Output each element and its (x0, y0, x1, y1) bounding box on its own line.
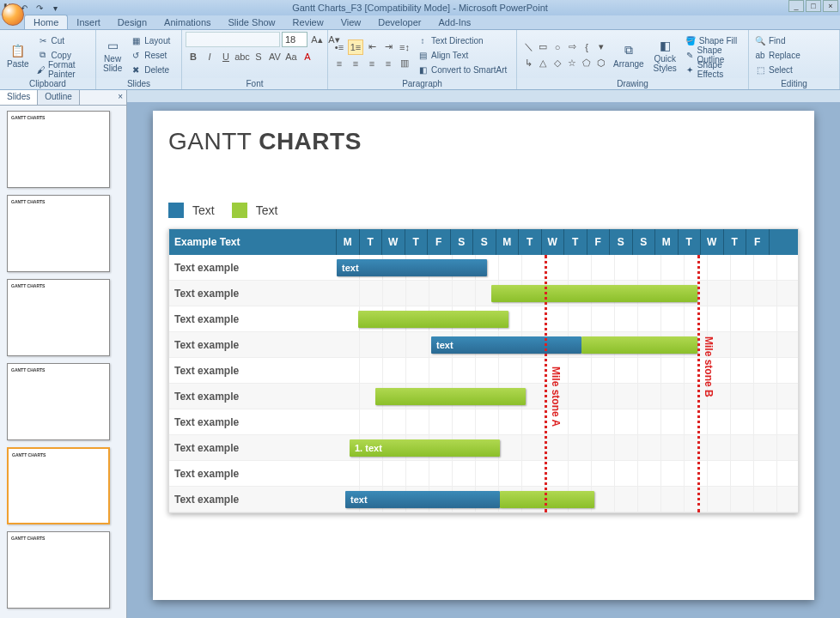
tab-developer[interactable]: Developer (369, 15, 429, 29)
slide-canvas[interactable]: GANTT CHARTS Text Text Example Text MTWT… (153, 111, 814, 600)
line-spacing-button[interactable]: ≡↕ (397, 39, 412, 55)
shape-diamond-icon[interactable]: ◇ (550, 56, 565, 71)
increase-indent-button[interactable]: ⇥ (380, 39, 396, 55)
panel-close-icon[interactable]: × (118, 92, 123, 101)
tab-design[interactable]: Design (109, 15, 155, 29)
align-text-button[interactable]: ▤Align Text (415, 48, 508, 62)
gantt-row[interactable]: Text example (169, 281, 798, 306)
gantt-bar[interactable] (375, 388, 526, 405)
justify-button[interactable]: ≡ (380, 56, 396, 71)
tab-review[interactable]: Review (284, 15, 332, 29)
thumbnail-1[interactable]: GANTT CHARTS (7, 111, 110, 188)
milestone-b-label[interactable]: Mile stone B (703, 336, 715, 397)
shapes-gallery[interactable]: ＼ ▭ ○ ⇨ { ▾ ↳ △ ◇ ☆ ⬠ ⬡ (520, 39, 607, 71)
grow-font-button[interactable]: A▴ (309, 32, 325, 47)
numbering-button[interactable]: 1≡ (348, 39, 363, 55)
font-color-button[interactable]: A (300, 49, 315, 64)
thumbnail-5[interactable]: GANTT CHARTS (7, 447, 110, 524)
shadow-button[interactable]: S (251, 49, 266, 64)
shape-arrow-icon[interactable]: ⇨ (564, 39, 580, 55)
tab-home[interactable]: Home (24, 15, 68, 29)
quick-styles-button[interactable]: ◧Quick Styles (650, 35, 680, 75)
text-direction-button[interactable]: ↕Text Direction (415, 33, 508, 47)
reset-button[interactable]: ↺Reset (128, 48, 172, 62)
shape-effects-button[interactable]: ✦Shape Effects (683, 63, 745, 76)
thumbnail-4[interactable]: GANTT CHARTS (7, 363, 110, 440)
qat-more-icon[interactable]: ▾ (48, 1, 62, 15)
shape-oval-icon[interactable]: ○ (550, 39, 565, 55)
font-size-combo[interactable]: 18 (282, 32, 307, 47)
align-center-button[interactable]: ≡ (348, 56, 363, 71)
tab-addins[interactable]: Add-Ins (429, 15, 479, 29)
thumbnail-3[interactable]: GANTT CHARTS (7, 279, 110, 356)
gantt-bar[interactable]: text (337, 259, 487, 276)
tab-insert[interactable]: Insert (68, 15, 109, 29)
gantt-bar[interactable]: 1. text (350, 439, 500, 457)
shape-hex-icon[interactable]: ⬡ (593, 56, 609, 71)
shape-line-icon[interactable]: ＼ (520, 39, 536, 55)
shape-triangle-icon[interactable]: △ (535, 56, 551, 71)
tab-view[interactable]: View (332, 15, 370, 29)
office-button[interactable] (2, 3, 24, 26)
gantt-bar[interactable] (491, 285, 697, 302)
gantt-row[interactable]: Text example (169, 409, 798, 435)
delete-button[interactable]: ✖Delete (128, 63, 172, 76)
maximize-button[interactable]: □ (806, 0, 821, 12)
convert-smartart-button[interactable]: ◧Convert to SmartArt (415, 63, 508, 76)
shape-rect-icon[interactable]: ▭ (535, 39, 551, 55)
bold-button[interactable]: B (186, 49, 201, 64)
gantt-bar[interactable]: text (345, 491, 500, 508)
shape-more-icon[interactable]: ▾ (593, 39, 609, 55)
tab-slideshow[interactable]: Slide Show (220, 15, 284, 29)
legend-item-1[interactable]: Text (168, 203, 215, 218)
milestone-b-line[interactable] (697, 255, 700, 512)
editor-area[interactable]: GANTT CHARTS Text Text Example Text MTWT… (127, 90, 840, 618)
bullets-button[interactable]: •≡ (332, 39, 347, 55)
gantt-row[interactable]: Text exampletext (169, 487, 798, 512)
thumbnails[interactable]: GANTT CHARTS GANTT CHARTS GANTT CHARTS G… (0, 106, 126, 618)
char-spacing-button[interactable]: AV (267, 49, 283, 64)
layout-button[interactable]: ▦Layout (128, 33, 172, 47)
gantt-row[interactable]: Text example (169, 461, 798, 487)
columns-button[interactable]: ▥ (397, 56, 412, 71)
close-button[interactable]: × (823, 0, 838, 12)
gantt-bar[interactable]: text (431, 336, 581, 354)
cut-button[interactable]: ✂Cut (35, 33, 92, 47)
italic-button[interactable]: I (202, 49, 217, 64)
align-right-button[interactable]: ≡ (364, 56, 380, 71)
tab-animations[interactable]: Animations (155, 15, 219, 29)
underline-button[interactable]: U (218, 49, 234, 64)
find-button[interactable]: 🔍Find (752, 33, 802, 47)
redo-icon[interactable]: ↷ (33, 1, 46, 15)
gantt-row[interactable]: Text exampletext (169, 255, 798, 281)
slide-title[interactable]: GANTT CHARTS (168, 128, 799, 155)
thumbnail-6[interactable]: GANTT CHARTS (7, 531, 110, 609)
shape-connector-icon[interactable]: ↳ (520, 56, 536, 71)
thumbnail-2[interactable]: GANTT CHARTS (7, 195, 110, 272)
gantt-row[interactable]: Text example (169, 306, 798, 332)
new-slide-button[interactable]: ▭ New Slide (100, 35, 125, 75)
decrease-indent-button[interactable]: ⇤ (364, 39, 380, 55)
shape-brace-icon[interactable]: { (579, 39, 594, 55)
format-painter-button[interactable]: 🖌Format Painter (35, 63, 92, 76)
gantt-row[interactable]: Text example1. text (169, 435, 798, 461)
milestone-a-line[interactable] (545, 255, 547, 512)
strike-button[interactable]: abc (234, 49, 250, 64)
minimize-button[interactable]: _ (788, 0, 804, 12)
gantt-chart[interactable]: Example Text MTWTFSSMTWTFSSMTWTF Text ex… (168, 228, 799, 513)
gantt-bar[interactable] (581, 336, 697, 354)
select-button[interactable]: ⬚Select (752, 63, 802, 76)
gantt-bar[interactable] (500, 491, 594, 508)
replace-button[interactable]: abReplace (752, 48, 802, 62)
gantt-bar[interactable] (358, 311, 508, 328)
arrange-button[interactable]: ⧉Arrange (610, 40, 648, 70)
shape-star-icon[interactable]: ☆ (564, 56, 580, 71)
tab-slides[interactable]: Slides (0, 90, 38, 105)
tab-outline[interactable]: Outline (38, 90, 80, 105)
change-case-button[interactable]: Aa (283, 49, 299, 64)
paste-button[interactable]: 📋 Paste (3, 40, 33, 70)
shape-callout-icon[interactable]: ⬠ (579, 56, 594, 71)
align-left-button[interactable]: ≡ (332, 56, 347, 71)
font-family-combo[interactable] (186, 32, 280, 47)
milestone-a-label[interactable]: Mile stone A (550, 367, 562, 427)
